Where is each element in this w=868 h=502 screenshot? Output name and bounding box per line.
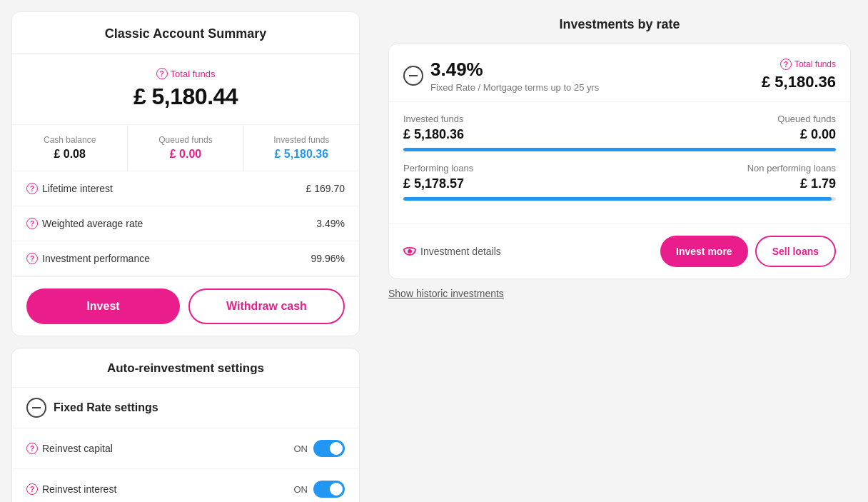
reinvest-interest-toggle[interactable] (313, 481, 345, 498)
investment-performance-row: ? Investment performance 99.96% (12, 241, 359, 276)
rate-sub: Fixed Rate / Mortgage terms up to 25 yrs (430, 82, 599, 93)
lifetime-interest-row: ? Lifetime interest £ 169.70 (12, 171, 359, 206)
weighted-avg-row: ? Weighted average rate 3.49% (12, 206, 359, 241)
rate-type-icon (403, 66, 423, 86)
sell-loans-button[interactable]: Sell loans (755, 236, 836, 267)
cash-balance-amount: £ 0.08 (24, 148, 116, 161)
rate-value: 3.49% (430, 59, 599, 81)
performing-progress-fill (403, 197, 832, 201)
total-funds-amount: £ 5,180.44 (24, 84, 348, 110)
weighted-avg-value: 3.49% (316, 218, 345, 229)
weighted-avg-label: ? Weighted average rate (26, 218, 143, 229)
invested-funds-section-amount: £ 5,180.36 (403, 127, 464, 142)
rate-separator: / (478, 82, 483, 93)
investment-performance-help-icon[interactable]: ? (26, 253, 38, 264)
reinvest-interest-label: ? Reinvest interest (26, 483, 116, 495)
investment-funds-section: Invested funds Queued funds £ 5,180.36 £… (389, 102, 850, 224)
cash-balance-cell: Cash balance £ 0.08 (12, 125, 128, 171)
reinvest-capital-toggle[interactable] (313, 440, 345, 457)
investment-header: 3.49% Fixed Rate / Mortgage terms up to … (389, 44, 850, 102)
lifetime-interest-value: £ 169.70 (306, 183, 345, 194)
reinvest-interest-row: ? Reinvest interest ON (12, 469, 359, 502)
reinvest-interest-state: ON (294, 484, 308, 495)
reinvest-capital-help-icon[interactable]: ? (26, 443, 38, 454)
invest-more-button[interactable]: Invest more (660, 236, 748, 267)
fixed-rate-header: Fixed Rate settings (12, 387, 359, 428)
auto-reinvest-card: Auto-reinvestment settings Fixed Rate se… (11, 348, 360, 502)
investment-details-link[interactable]: Investment details (403, 246, 501, 257)
queued-funds-amount: £ 0.00 (139, 148, 231, 161)
invested-queued-labels: Invested funds Queued funds (403, 114, 836, 124)
balances-row: Cash balance £ 0.08 Queued funds £ 0.00 … (12, 125, 359, 171)
mortgage-term: Mortgage terms up to 25 yrs (483, 82, 600, 93)
invest-sell-buttons: Invest more Sell loans (660, 236, 836, 267)
rate-type: Fixed Rate (430, 82, 475, 93)
total-funds-section: ? Total funds £ 5,180.44 (12, 54, 359, 125)
right-total-label: ? Total funds (762, 59, 836, 70)
weighted-avg-help-icon[interactable]: ? (26, 218, 38, 229)
investment-performance-label: ? Investment performance (26, 253, 150, 264)
show-historic-link[interactable]: Show historic investments (388, 288, 851, 299)
account-summary-card: Classic Account Summary ? Total funds £ … (11, 11, 360, 336)
reinvest-capital-toggle-right: ON (294, 440, 345, 457)
reinvest-interest-toggle-right: ON (294, 481, 345, 498)
investment-card: 3.49% Fixed Rate / Mortgage terms up to … (388, 44, 851, 279)
invested-funds-amount: £ 5,180.36 (256, 148, 348, 161)
total-funds-text: Total funds (171, 69, 216, 79)
auto-reinvest-title: Auto-reinvestment settings (12, 348, 359, 387)
right-total-amount: £ 5,180.36 (762, 73, 836, 91)
account-summary-title: Classic Account Summary (12, 12, 359, 54)
loans-amounts: £ 5,178.57 £ 1.79 (403, 176, 836, 191)
non-performing-loans-label: Non performing loans (747, 163, 836, 174)
right-panel: Investments by rate 3.49% Fixed Rate / M… (371, 0, 868, 502)
total-funds-help-icon[interactable]: ? (156, 68, 168, 79)
performing-progress-bar (403, 197, 836, 201)
fixed-rate-icon (26, 398, 46, 418)
right-total-help-icon[interactable]: ? (780, 59, 792, 70)
investments-by-rate-title: Investments by rate (388, 11, 851, 35)
investment-actions: Investment details Invest more Sell loan… (389, 224, 850, 278)
non-performing-loans-amount: £ 1.79 (800, 176, 836, 191)
invest-button[interactable]: Invest (26, 288, 180, 324)
eye-icon (403, 247, 416, 256)
rate-info: 3.49% Fixed Rate / Mortgage terms up to … (403, 59, 599, 93)
fixed-rate-label: Fixed Rate settings (54, 401, 158, 414)
queued-funds-label: Queued funds (139, 135, 231, 145)
lifetime-interest-help-icon[interactable]: ? (26, 183, 38, 194)
reinvest-capital-label: ? Reinvest capital (26, 443, 113, 454)
investment-performance-value: 99.96% (311, 253, 345, 264)
queued-funds-section-label: Queued funds (777, 114, 836, 124)
withdraw-button[interactable]: Withdraw cash (188, 288, 345, 324)
total-funds-label: ? Total funds (24, 68, 348, 79)
reinvest-capital-state: ON (294, 443, 308, 454)
performing-loans-label: Performing loans (403, 163, 473, 174)
invested-progress-bar (403, 148, 836, 151)
queued-funds-section-amount: £ 0.00 (800, 127, 836, 142)
invested-progress-fill (403, 148, 836, 151)
queued-funds-cell: Queued funds £ 0.00 (128, 125, 243, 171)
invested-funds-section-label: Invested funds (403, 114, 464, 124)
reinvest-capital-row: ? Reinvest capital ON (12, 428, 359, 469)
invested-funds-label: Invested funds (256, 135, 348, 145)
investment-details-label: Investment details (420, 246, 501, 257)
invested-funds-cell: Invested funds £ 5,180.36 (244, 125, 359, 171)
left-panel: Classic Account Summary ? Total funds £ … (0, 0, 371, 502)
reinvest-interest-help-icon[interactable]: ? (26, 483, 38, 495)
cash-balance-label: Cash balance (24, 135, 116, 145)
account-action-buttons: Invest Withdraw cash (12, 276, 359, 336)
rate-details: 3.49% Fixed Rate / Mortgage terms up to … (430, 59, 599, 93)
invested-queued-amounts: £ 5,180.36 £ 0.00 (403, 127, 836, 142)
loans-labels: Performing loans Non performing loans (403, 163, 836, 174)
performing-loans-amount: £ 5,178.57 (403, 176, 464, 191)
lifetime-interest-label: ? Lifetime interest (26, 183, 113, 194)
right-total: ? Total funds £ 5,180.36 (762, 59, 836, 91)
